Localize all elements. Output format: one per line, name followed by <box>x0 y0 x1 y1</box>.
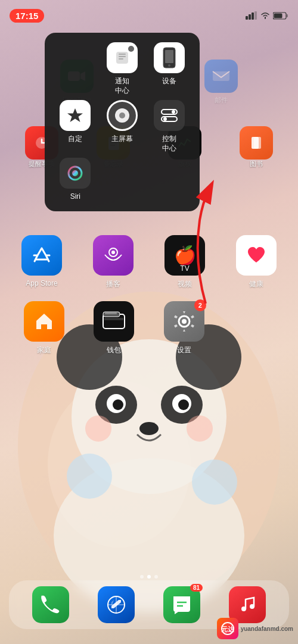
siri-label: Siri <box>70 192 80 202</box>
books-app[interactable] <box>235 126 278 160</box>
page-dot-3 <box>154 575 158 579</box>
svg-point-11 <box>139 422 159 435</box>
app-row-2: 家庭 钱包 2 设置 <box>6 301 292 355</box>
menu-control-center[interactable]: 控制中心 <box>148 100 190 153</box>
app-grid: App Store 播客 <box>0 235 298 367</box>
dock-safari[interactable] <box>98 586 135 623</box>
home-label: 家庭 <box>37 345 51 355</box>
svg-rect-23 <box>274 13 283 18</box>
svg-rect-18 <box>249 14 251 20</box>
svg-rect-36 <box>119 56 126 57</box>
app-podcasts[interactable]: 播客 <box>86 235 140 289</box>
svg-point-13 <box>187 415 213 442</box>
status-icons <box>246 11 288 20</box>
wallet-label: 钱包 <box>107 345 121 355</box>
messages-badge: 81 <box>190 584 203 592</box>
dock-phone[interactable] <box>32 586 69 623</box>
control-center-label: 控制中心 <box>162 135 176 153</box>
svg-rect-37 <box>119 58 123 60</box>
svg-rect-35 <box>119 54 126 55</box>
svg-point-40 <box>168 64 170 67</box>
menu-home-screen[interactable]: 主屏幕 <box>101 100 144 153</box>
svg-rect-19 <box>252 12 254 20</box>
app-appstore[interactable]: App Store <box>15 235 69 289</box>
menu-notification-center[interactable]: 通知中心 <box>101 42 144 95</box>
svg-point-10 <box>178 399 189 410</box>
status-time: 17:15 <box>10 9 44 23</box>
svg-rect-57 <box>104 318 123 320</box>
page-dots <box>140 575 158 579</box>
podcasts-icon <box>93 235 134 276</box>
books-label: 图书 <box>235 160 278 168</box>
svg-point-9 <box>113 399 123 410</box>
svg-rect-20 <box>254 11 257 20</box>
tutorial-arrow <box>176 173 224 310</box>
watermark-logo: 元达 <box>217 618 238 639</box>
watermark: 元达 yuandafanmd.com <box>217 618 293 639</box>
home-icon <box>24 301 64 342</box>
appstore-icon <box>21 235 62 276</box>
signal-icon <box>246 11 257 20</box>
svg-point-53 <box>111 251 115 254</box>
svg-point-43 <box>119 112 125 118</box>
svg-point-12 <box>85 415 111 442</box>
app-health[interactable]: 健康 <box>229 235 283 289</box>
svg-point-49 <box>163 117 167 121</box>
wifi-icon <box>260 12 270 19</box>
dock-messages[interactable]: 81 <box>163 586 200 623</box>
menu-device[interactable]: 设备 <box>148 42 190 95</box>
menu-siri[interactable]: Siri <box>54 158 97 202</box>
svg-point-15 <box>67 454 112 499</box>
health-label: 健康 <box>249 279 263 289</box>
status-bar: 17:15 <box>0 0 298 26</box>
svg-marker-41 <box>67 108 83 122</box>
mail-label: 邮件 <box>215 96 228 105</box>
device-icon <box>154 42 185 73</box>
menu-customize[interactable]: 自定 <box>54 100 97 153</box>
svg-point-45 <box>72 170 78 176</box>
app-wallet[interactable]: 钱包 <box>79 301 150 355</box>
battery-icon <box>273 12 288 20</box>
appstore-label: App Store <box>26 279 57 287</box>
messages-icon <box>163 586 200 623</box>
podcasts-label: 播客 <box>106 279 120 289</box>
app-mail[interactable]: 邮件 <box>200 60 242 105</box>
empty-slot <box>219 301 290 355</box>
svg-text:元达: 元达 <box>221 626 235 633</box>
page-dot-2 <box>147 575 151 579</box>
home-screen-icon <box>107 100 138 131</box>
svg-rect-59 <box>105 312 117 314</box>
wallet-icon <box>94 301 134 342</box>
svg-point-61 <box>182 319 187 324</box>
notification-center-label: 通知中心 <box>115 77 129 95</box>
svg-point-16 <box>192 459 237 505</box>
watermark-text: yuandafanmd.com <box>241 626 293 632</box>
notification-dot <box>128 46 134 52</box>
settings-label: 设置 <box>177 345 191 355</box>
svg-rect-39 <box>165 50 173 63</box>
notification-center-icon <box>107 42 138 73</box>
home-screen-label: 主屏幕 <box>111 135 133 144</box>
mail-icon <box>204 60 238 93</box>
customize-label: 自定 <box>68 135 82 144</box>
app-row-1: App Store 播客 <box>6 235 292 289</box>
customize-icon <box>60 100 91 131</box>
health-icon <box>236 235 277 276</box>
books-app-icon <box>240 126 273 160</box>
svg-point-47 <box>172 110 175 114</box>
device-label: 设备 <box>162 77 176 86</box>
svg-rect-17 <box>246 16 248 20</box>
safari-icon <box>98 586 135 623</box>
page-dot-1 <box>140 575 144 579</box>
siri-icon <box>60 158 91 189</box>
svg-rect-33 <box>254 137 261 149</box>
svg-point-69 <box>241 607 246 611</box>
app-home[interactable]: 家庭 <box>9 301 79 355</box>
svg-rect-22 <box>287 14 288 17</box>
control-center-icon <box>154 100 185 131</box>
phone-icon <box>32 586 69 623</box>
svg-point-70 <box>250 604 254 609</box>
